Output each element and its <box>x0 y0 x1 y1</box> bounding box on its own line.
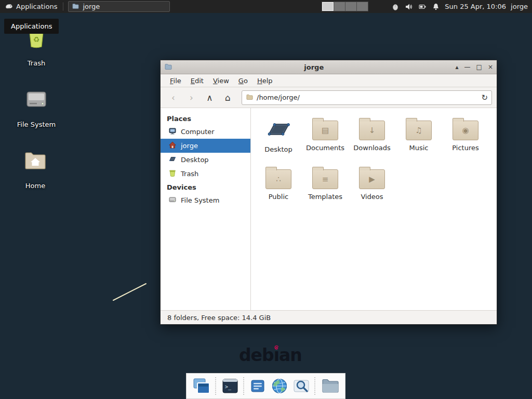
panel-right-area: Sun 25 Apr, 10:06 jorge <box>322 2 532 11</box>
path-folder-icon <box>246 94 254 102</box>
dock-handle[interactable] <box>215 377 217 395</box>
path-bar: ↻ <box>242 90 492 105</box>
folder-icon <box>72 3 79 11</box>
workspace-4[interactable] <box>356 2 368 11</box>
sidebar-item-file-system[interactable]: File System <box>161 193 250 207</box>
desktop-icon-label: Home <box>25 182 45 190</box>
file-item-label: Desktop <box>264 145 292 153</box>
panel-clock[interactable]: Sun 25 Apr, 10:06 <box>445 3 506 10</box>
sidebar-item-label: jorge <box>181 142 198 150</box>
back-button[interactable]: ‹ <box>165 90 181 105</box>
taskbar-window-label: jorge <box>83 3 100 10</box>
trash-icon <box>168 169 177 179</box>
computer-icon <box>168 127 177 137</box>
file-manager-icon[interactable] <box>321 378 339 394</box>
applications-menu-button[interactable]: Applications <box>0 0 62 13</box>
window-titlebar[interactable]: jorge ▴ — □ × <box>161 60 497 74</box>
drive-icon <box>168 195 177 205</box>
menu-help[interactable]: Help <box>252 75 277 86</box>
panel-handle[interactable] <box>63 3 65 10</box>
folder-public-icon: ∴ <box>265 169 291 189</box>
svg-text:♻: ♻ <box>33 35 40 44</box>
devices-header: Devices <box>161 181 250 193</box>
file-item-label: Downloads <box>353 144 390 152</box>
desktop-icon-home[interactable]: Home <box>11 151 59 190</box>
sidebar-item-label: Computer <box>181 128 215 136</box>
file-item-pictures[interactable]: ◉ Pictures <box>442 116 489 165</box>
debian-logo-text-pre: deb <box>239 345 274 365</box>
sidebar-item-label: Desktop <box>181 156 209 164</box>
sidebar-item-computer[interactable]: Computer <box>161 125 250 139</box>
path-input[interactable] <box>257 94 478 101</box>
reload-button[interactable]: ↻ <box>481 93 488 102</box>
settings-icon[interactable] <box>249 378 266 394</box>
dock-handle[interactable] <box>314 377 316 395</box>
battery-icon[interactable] <box>418 2 427 11</box>
file-item-downloads[interactable]: ↓ Downloads <box>349 116 395 165</box>
folder-videos-icon: ▶ <box>359 169 385 189</box>
maximize-button[interactable]: □ <box>476 63 482 71</box>
menu-bar: File Edit View Go Help <box>161 74 497 87</box>
file-item-music[interactable]: ♫ Music <box>395 116 442 165</box>
minimize-button[interactable]: — <box>464 63 471 71</box>
stray-line <box>111 282 149 302</box>
file-item-label: Templates <box>308 193 342 201</box>
menu-edit[interactable]: Edit <box>186 75 208 86</box>
notifications-bell-icon[interactable] <box>431 2 440 11</box>
user-home-icon <box>168 141 177 151</box>
sidebar-item-desktop[interactable]: Desktop <box>161 153 250 167</box>
menu-file[interactable]: File <box>165 75 186 86</box>
folder-view: Desktop ▤ Documents ↓ Downloads ♫ Music <box>251 108 497 310</box>
file-item-public[interactable]: ∴ Public <box>255 165 302 214</box>
desktop-root: { "colors": { "desktop_bg": "#1b2a36", "… <box>0 0 532 399</box>
applications-menu-label: Applications <box>16 3 57 10</box>
file-item-videos[interactable]: ▶ Videos <box>349 165 395 214</box>
debian-logo: debıan <box>239 345 302 365</box>
file-manager-window: jorge ▴ — □ × File Edit View Go Help ‹ ›… <box>160 60 497 325</box>
close-button[interactable]: × <box>488 63 493 71</box>
places-header: Places <box>161 112 250 125</box>
forward-button[interactable]: › <box>183 90 200 105</box>
windows-icon[interactable] <box>192 377 211 395</box>
panel-username[interactable]: jorge <box>511 3 528 10</box>
app-finder-icon[interactable] <box>292 377 310 395</box>
workspace-1[interactable] <box>322 2 334 11</box>
menu-view[interactable]: View <box>208 75 234 86</box>
desktop-icon-label: File System <box>17 121 56 128</box>
file-item-label: Music <box>409 144 429 152</box>
dock-handle[interactable] <box>243 377 245 395</box>
menu-go[interactable]: Go <box>234 75 252 86</box>
xfce-mouse-icon <box>5 2 13 11</box>
workspace-3[interactable] <box>345 2 356 11</box>
terminal-icon[interactable]: >_ <box>221 377 239 395</box>
workspace-switcher <box>322 2 368 11</box>
sidebar-item-trash[interactable]: Trash <box>161 167 250 181</box>
workspace-2[interactable] <box>334 2 345 11</box>
debian-logo-i: ı <box>274 345 279 365</box>
sidebar-item-label: File System <box>181 196 219 204</box>
sidebar-item-jorge[interactable]: jorge <box>161 139 250 153</box>
file-item-documents[interactable]: ▤ Documents <box>302 116 349 165</box>
bottom-dock: >_ <box>186 373 345 399</box>
top-panel: Applications jorge <box>0 0 532 13</box>
shade-button[interactable]: ▴ <box>456 63 459 71</box>
mouse-tray-icon[interactable] <box>391 2 400 11</box>
file-item-label: Videos <box>361 193 383 201</box>
taskbar-window-button[interactable]: jorge <box>68 1 170 12</box>
debian-swirl-icon <box>274 345 280 351</box>
desktop-icon-label: Trash <box>28 59 45 67</box>
desktop-icon-file-system[interactable]: File System <box>12 88 60 128</box>
up-button[interactable]: ∧ <box>202 90 218 105</box>
window-title: jorge <box>176 63 453 71</box>
file-item-label: Documents <box>306 144 344 152</box>
volume-icon[interactable] <box>404 2 413 11</box>
folder-download-icon: ↓ <box>359 121 385 140</box>
status-bar: 8 folders, Free space: 14.4 GiB <box>161 310 497 324</box>
file-item-desktop[interactable]: Desktop <box>255 116 302 165</box>
drive-icon <box>12 88 60 110</box>
folder-music-icon: ♫ <box>406 121 432 140</box>
sidebar: Places Computer <box>161 108 251 310</box>
web-browser-icon[interactable] <box>271 377 288 395</box>
home-button[interactable]: ⌂ <box>220 90 236 105</box>
file-item-templates[interactable]: ≡ Templates <box>302 165 349 214</box>
